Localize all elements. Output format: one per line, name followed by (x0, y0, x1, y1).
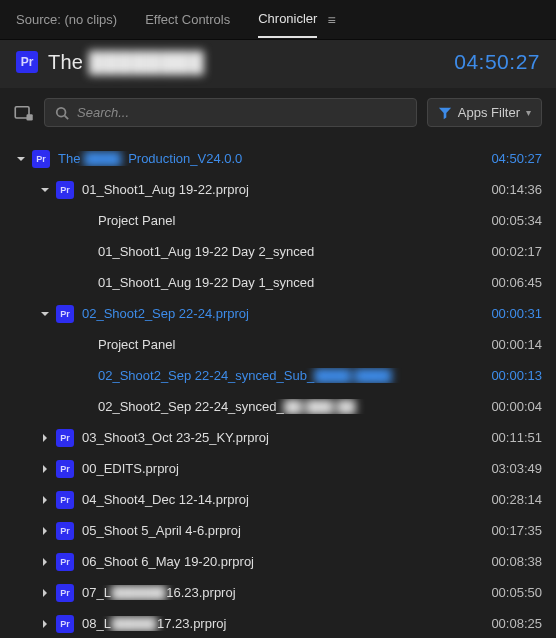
redacted-text: ████████ (89, 51, 204, 74)
total-duration: 04:50:27 (454, 50, 540, 74)
tree-row[interactable]: Project Panel00:05:34 (14, 205, 542, 236)
disclosure-down-icon[interactable] (38, 307, 52, 321)
premiere-project-icon: Pr (56, 584, 74, 602)
tree-row[interactable]: Project Panel00:00:14 (14, 329, 542, 360)
duration-value: 04:50:27 (491, 151, 542, 166)
search-input[interactable] (77, 105, 406, 120)
toolbar: Apps Filter ▾ (0, 88, 556, 137)
premiere-project-icon: Pr (56, 305, 74, 323)
duration-value: 00:11:51 (491, 430, 542, 445)
tree-row[interactable]: 01_Shoot1_Aug 19-22 Day 1_synced00:06:45 (14, 267, 542, 298)
premiere-project-icon: Pr (32, 150, 50, 168)
tree-row[interactable]: 02_Shoot2_Sep 22-24_synced_██ ███ ██00:0… (14, 391, 542, 422)
svg-line-3 (65, 115, 69, 119)
duration-value: 00:28:14 (491, 492, 542, 507)
filter-icon (438, 106, 452, 120)
premiere-project-icon: Pr (56, 460, 74, 478)
duration-value: 00:02:17 (491, 244, 542, 259)
filter-label: Apps Filter (458, 105, 520, 120)
tree-view: Pr The ████. Production_V24.0.0 04:50:27… (0, 137, 556, 638)
duration-value: 00:08:38 (491, 554, 542, 569)
item-label: 03_Shoot3_Oct 23-25_KY.prproj (82, 430, 491, 445)
tree-row[interactable]: Pr02_Shoot2_Sep 22-24.prproj00:00:31 (14, 298, 542, 329)
item-label: 01_Shoot1_Aug 19-22 Day 2_synced (98, 244, 491, 259)
item-label: 00_EDITS.prproj (82, 461, 491, 476)
panel-tabs: Source: (no clips) Effect Controls Chron… (0, 0, 556, 40)
duration-value: 00:00:14 (491, 337, 542, 352)
tree-root[interactable]: Pr The ████. Production_V24.0.0 04:50:27 (14, 143, 542, 174)
disclosure-right-icon[interactable] (38, 586, 52, 600)
tab-source[interactable]: Source: (no clips) (16, 2, 117, 37)
redacted-text: ██ ███ ██ (284, 399, 356, 414)
premiere-app-icon: Pr (16, 51, 38, 73)
new-item-icon[interactable] (14, 103, 34, 123)
search-box[interactable] (44, 98, 417, 127)
tree-row[interactable]: Pr06_Shoot 6_May 19-20.prproj00:08:38 (14, 546, 542, 577)
tree-row[interactable]: Pr05_Shoot 5_April 4-6.prproj00:17:35 (14, 515, 542, 546)
premiere-project-icon: Pr (56, 491, 74, 509)
item-label: 07_L██████16.23.prproj (82, 585, 491, 600)
disclosure-right-icon[interactable] (38, 462, 52, 476)
item-label: 02_Shoot2_Sep 22-24_synced_Sub_████ ████ (98, 368, 491, 383)
duration-value: 00:17:35 (491, 523, 542, 538)
project-title: The ████████ (48, 51, 204, 74)
project-name: The ████. Production_V24.0.0 (58, 151, 491, 166)
premiere-project-icon: Pr (56, 615, 74, 633)
duration-value: 00:00:31 (491, 306, 542, 321)
premiere-project-icon: Pr (56, 553, 74, 571)
item-label: Project Panel (98, 337, 491, 352)
item-label: 01_Shoot1_Aug 19-22 Day 1_synced (98, 275, 491, 290)
search-icon (55, 106, 69, 120)
duration-value: 00:05:34 (491, 213, 542, 228)
duration-value: 00:00:13 (491, 368, 542, 383)
tree-row[interactable]: 02_Shoot2_Sep 22-24_synced_Sub_████ ████… (14, 360, 542, 391)
duration-value: 00:14:36 (491, 182, 542, 197)
premiere-project-icon: Pr (56, 522, 74, 540)
tree-row[interactable]: Pr07_L██████16.23.prproj00:05:50 (14, 577, 542, 608)
item-label: Project Panel (98, 213, 491, 228)
disclosure-right-icon[interactable] (38, 555, 52, 569)
tree-row[interactable]: 01_Shoot1_Aug 19-22 Day 2_synced00:02:17 (14, 236, 542, 267)
disclosure-down-icon[interactable] (38, 183, 52, 197)
apps-filter-button[interactable]: Apps Filter ▾ (427, 98, 542, 127)
duration-value: 03:03:49 (491, 461, 542, 476)
panel-menu-icon[interactable]: ≡ (327, 12, 335, 28)
disclosure-right-icon[interactable] (38, 493, 52, 507)
redacted-text: ████. (84, 151, 124, 166)
item-label: 06_Shoot 6_May 19-20.prproj (82, 554, 491, 569)
tree-row[interactable]: Pr01_Shoot1_Aug 19-22.prproj00:14:36 (14, 174, 542, 205)
duration-value: 00:06:45 (491, 275, 542, 290)
chevron-down-icon: ▾ (526, 107, 531, 118)
disclosure-right-icon[interactable] (38, 617, 52, 631)
project-header: Pr The ████████ 04:50:27 (0, 40, 556, 88)
disclosure-right-icon[interactable] (38, 431, 52, 445)
item-label: 05_Shoot 5_April 4-6.prproj (82, 523, 491, 538)
tree-row[interactable]: Pr03_Shoot3_Oct 23-25_KY.prproj00:11:51 (14, 422, 542, 453)
premiere-project-icon: Pr (56, 429, 74, 447)
premiere-project-icon: Pr (56, 181, 74, 199)
tab-chronicler[interactable]: Chronicler (258, 1, 317, 38)
svg-point-2 (57, 107, 66, 116)
item-label: 02_Shoot2_Sep 22-24.prproj (82, 306, 491, 321)
duration-value: 00:00:04 (491, 399, 542, 414)
tree-row[interactable]: Pr08_L█████17.23.prproj00:08:25 (14, 608, 542, 638)
duration-value: 00:05:50 (491, 585, 542, 600)
tab-effect-controls[interactable]: Effect Controls (145, 2, 230, 37)
disclosure-down-icon[interactable] (14, 152, 28, 166)
svg-rect-1 (27, 114, 33, 120)
tree-row[interactable]: Pr04_Shoot4_Dec 12-14.prproj00:28:14 (14, 484, 542, 515)
item-label: 04_Shoot4_Dec 12-14.prproj (82, 492, 491, 507)
duration-value: 00:08:25 (491, 616, 542, 631)
redacted-text: ██████ (111, 585, 166, 600)
tree-row[interactable]: Pr00_EDITS.prproj03:03:49 (14, 453, 542, 484)
item-label: 02_Shoot2_Sep 22-24_synced_██ ███ ██ (98, 399, 491, 414)
redacted-text: █████ (111, 616, 157, 631)
item-label: 08_L█████17.23.prproj (82, 616, 491, 631)
redacted-text: ████ ████ (314, 368, 391, 383)
disclosure-right-icon[interactable] (38, 524, 52, 538)
item-label: 01_Shoot1_Aug 19-22.prproj (82, 182, 491, 197)
